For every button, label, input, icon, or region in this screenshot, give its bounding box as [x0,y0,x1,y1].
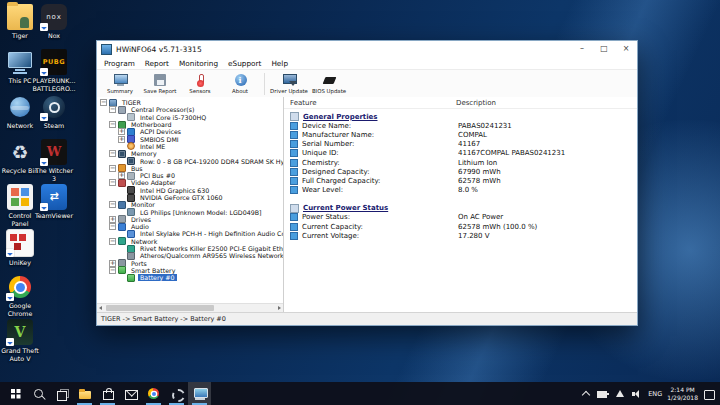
tree-toggle-minus-icon[interactable]: − [109,150,116,157]
tree-item[interactable]: Rivet Networks Killer E2500 PCI-E Gigabi… [97,245,283,252]
bios-update-button[interactable]: BIOS Update [309,71,349,97]
tree-item[interactable]: Intel Core i5-7300HQ [97,114,283,121]
taskbar-file-explorer-button[interactable] [73,382,96,405]
tree-toggle-minus-icon[interactable]: − [109,223,116,230]
taskbar-start-button[interactable] [4,382,27,405]
toolbar-button-label: BIOS Update [312,88,346,94]
action-center-icon[interactable] [703,388,715,400]
desktop-icon-steam[interactable]: Steam [35,94,73,130]
desktop-icon-teamviewer[interactable]: ⇄TeamViewer [35,184,73,220]
tree-item-label: ACPI Devices [138,128,183,135]
scroll-right-arrow-icon[interactable] [274,304,283,312]
tree-item[interactable]: −Network [97,238,283,245]
menu-help[interactable]: Help [266,59,293,68]
desktop-icon-network[interactable]: Network [1,94,39,130]
tree-item[interactable]: −Smart Battery [97,267,283,274]
maximize-button[interactable]: □ [593,41,615,57]
tree-item[interactable]: −Central Processor(s) [97,106,283,113]
tree-item[interactable]: −Video Adapter [97,179,283,186]
desktop-icon-nox[interactable]: noxNox [35,4,73,40]
save-report-button[interactable]: Save Report [140,71,180,97]
summary-button[interactable]: Summary [100,71,140,97]
feature-row[interactable]: Wear Level:8.0 % [284,186,637,195]
tree-item[interactable]: Battery #0 [97,274,283,281]
control-panel-icon [7,184,33,210]
tree-toggle-minus-icon[interactable]: − [109,267,116,274]
feature-icon [290,140,298,148]
desktop-icon-unikey[interactable]: UniKey [1,229,39,267]
desktop-icon-google-chrome[interactable]: Google Chrome [1,274,39,317]
taskbar-search-button[interactable] [27,382,50,405]
taskbar-chrome-button[interactable] [142,382,165,405]
sensors-button[interactable]: Sensors [180,71,220,97]
tree-toggle-plus-icon[interactable]: + [118,136,125,143]
feature-row[interactable]: Chemistry:Lithium Ion [284,158,637,167]
desktop-icon-pubg[interactable]: PUBGPLAYERUNK... BATTLEGRO... [35,49,73,92]
feature-icon [290,168,298,176]
tree-toggle-minus-icon[interactable]: − [109,165,116,172]
tree-item[interactable]: −Audio [97,223,283,230]
monitor-icon [118,201,126,209]
tree-item[interactable]: Intel HD Graphics 630 [97,187,283,194]
description-column-header[interactable]: Description [456,99,496,107]
taskbar-clock[interactable]: 2:14 PM 1/29/2018 [667,386,698,401]
taskbar-hwinfo-button[interactable] [188,382,211,405]
feature-row[interactable]: Serial Number:41167 [284,140,637,149]
desktop-icon-gta-v[interactable]: VGrand Theft Auto V [1,319,39,362]
taskbar: ENG 2:14 PM 1/29/2018 [0,382,720,405]
desktop-icon-the-witcher-3[interactable]: WThe Witcher 3 [35,139,73,182]
minimize-button[interactable]: – [571,41,593,57]
feature-row[interactable]: Designed Capacity:67990 mWh [284,167,637,176]
feature-icon [290,186,298,194]
feature-row[interactable]: Current Capacity:62578 mWh (100.0 %) [284,222,637,231]
tree-item[interactable]: Intel ME [97,143,283,150]
title-bar[interactable]: HWiNFO64 v5.71-3315 – □ × [97,41,637,57]
desktop-icon-recycle-bin[interactable]: ♻Recycle Bin [1,139,39,175]
battery-icon[interactable] [597,388,609,400]
desktop-icon-tiger[interactable]: Tiger [1,4,39,40]
tree-item[interactable]: −Memory [97,150,283,157]
tree-item[interactable]: +SMBIOS DMI [97,135,283,142]
taskbar-steam-button[interactable] [165,382,188,405]
feature-icon [290,213,298,221]
menu-program[interactable]: Program [99,59,140,68]
feature-value: 8.0 % [450,186,637,194]
feature-row[interactable]: Unique ID:41167COMPAL PABAS0241231 [284,149,637,158]
scroll-left-arrow-icon[interactable] [97,304,106,312]
feature-row[interactable]: Power Status:On AC Power [284,213,637,222]
tree-toggle-minus-icon[interactable]: − [109,179,116,186]
taskbar-mail-button[interactable] [119,382,142,405]
desktop-icon-control-panel[interactable]: Control Panel [1,184,39,227]
about-button[interactable]: About [220,71,260,97]
feature-row[interactable]: Full Charged Capacity:62578 mWh [284,176,637,185]
tree-item[interactable]: −Bus [97,165,283,172]
feature-label: Wear Level: [302,186,343,194]
taskbar-store-button[interactable] [96,382,119,405]
taskbar-task-view-button[interactable] [50,382,73,405]
tree-item[interactable]: −Monitor [97,201,283,208]
language-indicator[interactable]: ENG [648,390,662,398]
tree-item[interactable]: +Drives [97,216,283,223]
driver-update-button[interactable]: Driver Update [269,71,309,97]
tree-item[interactable]: −Motherboard [97,121,283,128]
menu-esupport[interactable]: eSupport [223,59,266,68]
tray-chevron-up-icon[interactable] [580,388,592,400]
feature-row[interactable]: Manufacturer Name:COMPAL [284,130,637,139]
feature-column-header[interactable]: Feature [284,99,456,107]
volume-icon[interactable] [631,388,643,400]
tree-toggle-minus-icon[interactable]: − [109,238,116,245]
menu-report[interactable]: Report [140,59,174,68]
the-witcher-3-icon: W [41,139,67,165]
menu-monitoring[interactable]: Monitoring [174,59,223,68]
wifi-icon[interactable] [614,388,626,400]
scrollbar-thumb[interactable] [106,305,214,311]
tree-item-label: Network [129,238,159,245]
feature-row[interactable]: Current Voltage:17.280 V [284,231,637,240]
tree-toggle-minus-icon[interactable]: − [109,106,116,113]
tree-toggle-minus-icon[interactable]: − [109,201,116,208]
tree-item[interactable]: +ACPI Devices [97,128,283,135]
tree-toggle-minus-icon[interactable]: − [100,99,107,106]
close-button[interactable]: × [615,41,637,57]
tree-toggle-minus-icon[interactable]: − [109,121,116,128]
feature-row[interactable]: Device Name:PABAS0241231 [284,121,637,130]
